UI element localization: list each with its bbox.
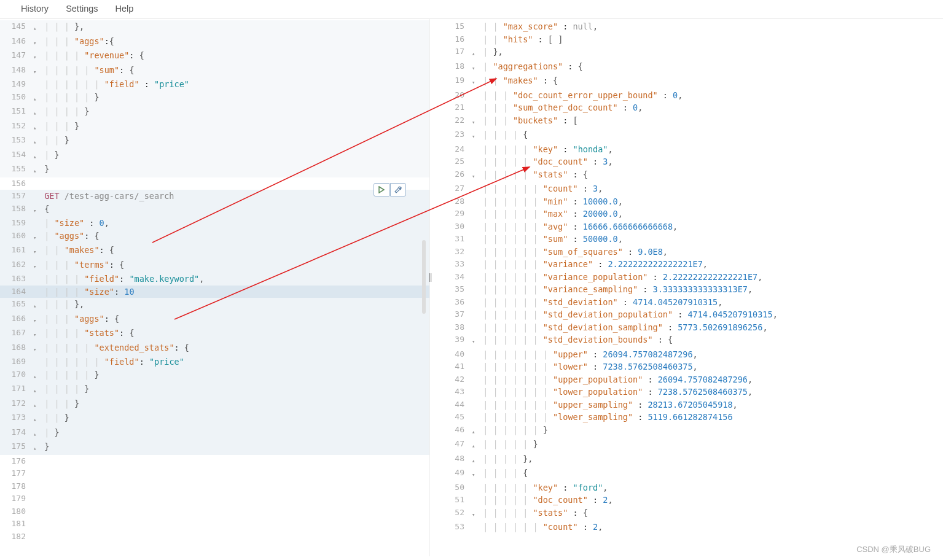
code-line[interactable]: 31 | | | | | | "sum" : 50000.0,: [439, 233, 943, 246]
fold-icon[interactable]: [472, 33, 478, 35]
code-line[interactable]: 164 | | | | "size": 10: [0, 286, 429, 298]
fold-icon[interactable]: [472, 386, 478, 387]
fold-icon[interactable]: [472, 411, 478, 413]
fold-icon[interactable]: [472, 101, 478, 103]
fold-icon[interactable]: ▴: [33, 411, 39, 426]
code-line[interactable]: 42 | | | | | | | "upper_population" : 26…: [439, 373, 943, 386]
fold-icon[interactable]: ▾: [472, 467, 478, 481]
fold-icon[interactable]: ▾: [472, 333, 478, 348]
wrench-button[interactable]: [390, 183, 406, 196]
code-line[interactable]: 172▴ | | | }: [0, 397, 429, 412]
menu-history[interactable]: History: [21, 4, 49, 14]
code-line[interactable]: 21 | | | "sum_other_doc_count" : 0,: [439, 101, 943, 114]
fold-icon[interactable]: [33, 455, 39, 457]
fold-icon[interactable]: [33, 273, 39, 274]
fold-icon[interactable]: ▴: [472, 45, 478, 60]
code-line[interactable]: 49▾ | | | | {: [439, 467, 943, 481]
fold-icon[interactable]: [472, 89, 478, 91]
code-line[interactable]: 18▾ | "aggregations" : {: [439, 60, 943, 75]
fold-icon[interactable]: [472, 20, 478, 22]
fold-icon[interactable]: [472, 182, 478, 184]
fold-icon[interactable]: [472, 373, 478, 375]
run-button[interactable]: [374, 183, 389, 196]
fold-icon[interactable]: ▴: [472, 453, 478, 467]
fold-icon[interactable]: [33, 467, 39, 469]
code-line[interactable]: 175▴ }: [0, 440, 429, 455]
code-line[interactable]: 149 | | | | | | "field" : "price": [0, 78, 429, 91]
code-line[interactable]: 148▾ | | | | | "sum": {: [0, 64, 429, 79]
fold-icon[interactable]: ▾: [33, 244, 39, 259]
fold-icon[interactable]: [33, 480, 39, 482]
code-line[interactable]: 50 | | | | | "key" : "ford",: [439, 481, 943, 494]
code-line[interactable]: 151▴ | | | | }: [0, 105, 429, 120]
fold-icon[interactable]: [472, 399, 478, 400]
fold-icon[interactable]: ▴: [33, 120, 39, 134]
code-line[interactable]: 53 | | | | | | "count" : 2,: [439, 521, 943, 534]
fold-icon[interactable]: [472, 360, 478, 362]
code-line[interactable]: 32 | | | | | | "sum_of_squares" : 9.0E8,: [439, 246, 943, 259]
code-line[interactable]: 23▾ | | | | {: [439, 128, 943, 143]
code-line[interactable]: 167▾ | | | | "stats": {: [0, 327, 429, 341]
code-line[interactable]: 22▾ | | | "buckets" : [: [439, 114, 943, 129]
pane-resizer[interactable]: ‖: [428, 259, 432, 295]
fold-icon[interactable]: ▴: [33, 163, 39, 177]
fold-icon[interactable]: [33, 492, 39, 494]
code-line[interactable]: 43 | | | | | | | "lower_population" : 72…: [439, 386, 943, 399]
scrollbar[interactable]: [422, 240, 426, 314]
fold-icon[interactable]: [33, 177, 39, 179]
code-line[interactable]: 46▴ | | | | | | }: [439, 424, 943, 438]
fold-icon[interactable]: ▴: [472, 438, 478, 453]
code-line[interactable]: 165▴ | | | },: [0, 298, 429, 313]
fold-icon[interactable]: [472, 494, 478, 496]
code-line[interactable]: 33 | | | | | | "variance" : 2.2222222222…: [439, 258, 943, 271]
code-line[interactable]: 45 | | | | | | | "lower_sampling" : 5119…: [439, 411, 943, 424]
code-line[interactable]: 27 | | | | | | "count" : 3,: [439, 182, 943, 195]
code-line[interactable]: 20 | | | "doc_count_error_upper_bound" :…: [439, 89, 943, 102]
code-line[interactable]: 152▴ | | | }: [0, 120, 429, 134]
fold-icon[interactable]: [33, 531, 39, 532]
code-line[interactable]: 28 | | | | | | "min" : 10000.0,: [439, 195, 943, 208]
fold-icon[interactable]: [472, 233, 478, 235]
code-line[interactable]: 182: [0, 531, 429, 543]
fold-icon[interactable]: ▴: [33, 20, 39, 35]
fold-icon[interactable]: ▴: [33, 368, 39, 383]
code-line[interactable]: 168▾ | | | | | "extended_stats": {: [0, 341, 429, 356]
menu-help[interactable]: Help: [115, 4, 134, 14]
code-line[interactable]: 153▴ | | }: [0, 134, 429, 149]
fold-icon[interactable]: ▾: [472, 507, 478, 521]
fold-icon[interactable]: [33, 286, 39, 287]
code-line[interactable]: 25 | | | | | "doc_count" : 3,: [439, 155, 943, 168]
fold-icon[interactable]: ▴: [33, 426, 39, 441]
fold-icon[interactable]: [33, 518, 39, 519]
code-line[interactable]: 37 | | | | | | "std_deviation_population…: [439, 308, 943, 321]
fold-icon[interactable]: ▴: [33, 91, 39, 106]
fold-icon[interactable]: ▾: [33, 230, 39, 244]
code-line[interactable]: 16 | | "hits" : [ ]: [439, 33, 943, 46]
fold-icon[interactable]: [472, 296, 478, 298]
fold-icon[interactable]: [33, 217, 39, 219]
code-line[interactable]: 154▴ | }: [0, 149, 429, 163]
fold-icon[interactable]: ▾: [472, 60, 478, 75]
code-line[interactable]: 38 | | | | | | "std_deviation_sampling" …: [439, 321, 943, 334]
code-line[interactable]: 176: [0, 455, 429, 468]
fold-icon[interactable]: [33, 356, 39, 357]
code-line[interactable]: 147▾ | | | | "revenue": {: [0, 49, 429, 64]
code-line[interactable]: 169 | | | | | | "field": "price": [0, 356, 429, 368]
code-line[interactable]: 30 | | | | | | "avg" : 16666.66666666666…: [439, 220, 943, 233]
fold-icon[interactable]: ▴: [33, 105, 39, 120]
code-line[interactable]: 179: [0, 492, 429, 505]
fold-icon[interactable]: ▴: [472, 424, 478, 438]
fold-icon[interactable]: [472, 208, 478, 209]
fold-icon[interactable]: [472, 220, 478, 222]
code-line[interactable]: 170▴ | | | | | }: [0, 368, 429, 383]
request-editor[interactable]: 145▴ | | | },146▾ | | | "aggs":{147▾ | |…: [0, 19, 430, 556]
fold-icon[interactable]: [472, 321, 478, 323]
code-line[interactable]: 24 | | | | | "key" : "honda",: [439, 143, 943, 156]
code-line[interactable]: 177: [0, 467, 429, 480]
code-line[interactable]: 146▾ | | | "aggs":{: [0, 35, 429, 50]
fold-icon[interactable]: ▾: [33, 49, 39, 64]
code-line[interactable]: 158▾ {: [0, 203, 429, 217]
fold-icon[interactable]: ▾: [472, 128, 478, 143]
fold-icon[interactable]: ▾: [33, 64, 39, 79]
fold-icon[interactable]: ▴: [33, 298, 39, 313]
